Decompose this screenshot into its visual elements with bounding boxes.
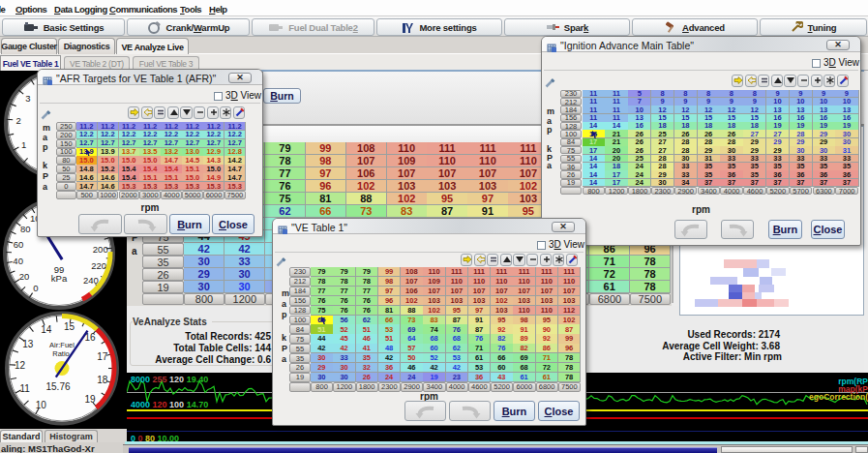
svg-text:80: 80 [20,224,31,234]
svg-text:10: 10 [36,400,47,410]
svg-text:1: 1 [21,139,26,150]
svg-text:13: 13 [22,339,34,349]
svg-text:Air:Fuel: Air:Fuel [49,341,75,349]
svg-text:kPa: kPa [51,273,68,284]
svg-text:15.76: 15.76 [45,381,70,392]
svg-text:60: 60 [14,239,24,250]
svg-text:200: 200 [93,244,108,255]
svg-text:14: 14 [41,324,52,335]
svg-text:18: 18 [97,375,108,385]
svg-text:40: 40 [13,256,23,266]
svg-text:0: 0 [33,283,38,293]
svg-text:Ratio: Ratio [52,349,70,358]
svg-text:240: 240 [83,275,99,286]
svg-text:15: 15 [64,321,75,332]
svg-text:3: 3 [25,93,30,104]
svg-text:19: 19 [85,394,97,405]
svg-text:20: 20 [19,271,30,282]
svg-text:11: 11 [19,383,30,394]
svg-text:220: 220 [91,260,106,271]
svg-text:17: 17 [97,351,108,362]
svg-text:2: 2 [16,115,21,126]
svg-text:12: 12 [15,360,26,371]
